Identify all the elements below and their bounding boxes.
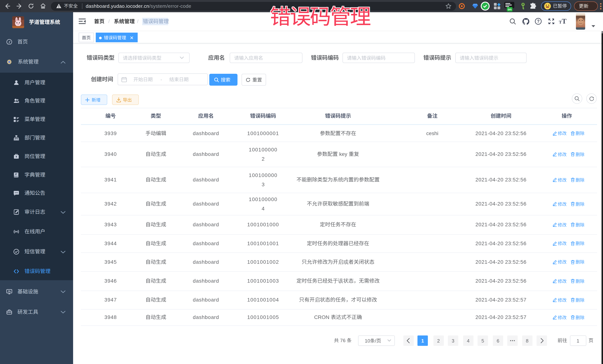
svg-text:on: on [508,8,512,11]
svg-text:?: ? [537,19,540,24]
